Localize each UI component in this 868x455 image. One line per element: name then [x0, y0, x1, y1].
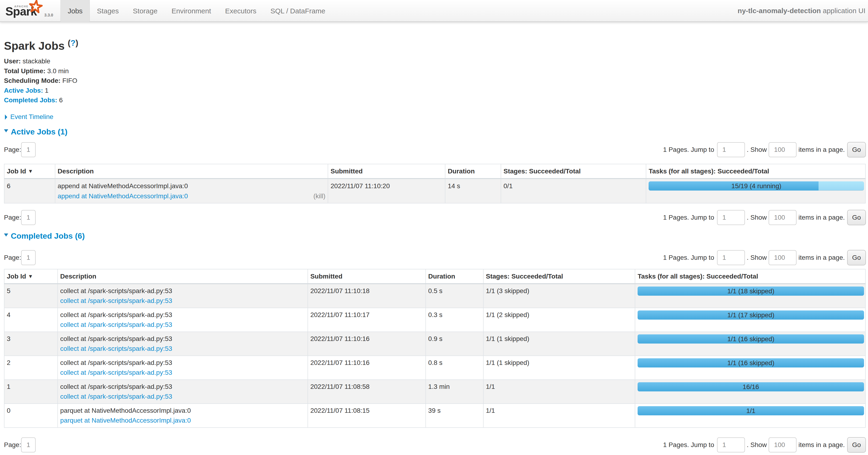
svg-text:3.3.0: 3.3.0: [44, 13, 53, 17]
